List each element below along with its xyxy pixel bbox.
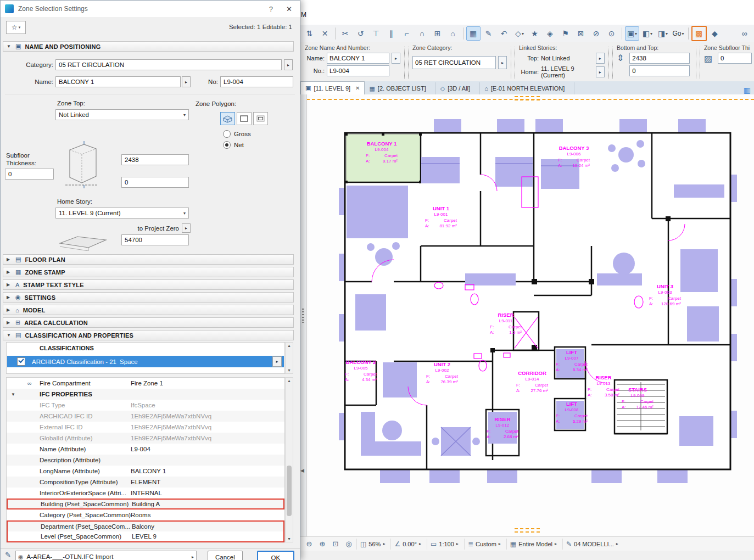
model-filter-dropdown[interactable]: ▦ Entire Model ▸ (506, 539, 560, 550)
property-row[interactable]: LongName (Attribute) BALCONY 1 (7, 466, 284, 477)
property-row[interactable]: InteriorOrExteriorSpace (Attri... INTERN… (7, 488, 284, 499)
properties-scrollbar[interactable]: ▲ ▼ (285, 377, 293, 542)
delete-button[interactable]: ✕ (318, 26, 332, 41)
zone-stamp[interactable]: STAIRSL9-009F:CarpetA:17.46 m² (622, 387, 654, 411)
section-header[interactable]: ▶ ▤ FLOOR PLAN (3, 254, 294, 265)
tab-north-elevation[interactable]: ⌂ [E-01 NORTH ELEVATION] (480, 82, 574, 94)
property-row[interactable]: ARCHICAD IFC ID 1Eh9E2AFj5MeWa7xtbNVvq (7, 411, 284, 422)
category-spin-button[interactable]: ▸ (284, 59, 293, 70)
go-button[interactable]: Go ▾ (671, 26, 685, 41)
hyperlink-button[interactable]: ∞ (738, 26, 752, 41)
zone-stamp[interactable]: RISERL9-012F:CarpetA:2.68 m² (487, 416, 518, 440)
classification-row[interactable]: ARCHICAD Classification - 21 Space ▸ (7, 356, 284, 367)
pen-icon[interactable]: ✎ (5, 551, 11, 559)
window-layout-1-button[interactable]: ◧ ▾ (640, 26, 655, 41)
property-row[interactable]: GlobalId (Attribute) 1Eh9E2AFj5MeWa7xtbN… (7, 433, 284, 444)
section-classification-and-properties[interactable]: ▼ ▤ CLASSIFICATION AND PROPERTIES (3, 330, 294, 340)
bottom-offset-input[interactable]: 0 (629, 65, 690, 76)
zone-stamp[interactable]: BALCONY 3L9-006F:CarpetA:10.24 m² (558, 145, 590, 169)
cancel-button[interactable]: Cancel (208, 551, 243, 560)
net-radio[interactable]: Net (223, 141, 244, 149)
ok-button[interactable]: OK (257, 551, 294, 560)
subfloor-thickness-input[interactable]: 0 (718, 53, 752, 64)
screen-view-options-button[interactable]: ▣ ▾ (625, 26, 639, 41)
zone-bottom-offset-input[interactable]: 0 (121, 177, 189, 188)
zone-top-offset-input[interactable]: 2438 (121, 154, 189, 165)
floorplan[interactable]: BALCONY 1L9-004F:CarpetA:9.17 m²BALCONY … (339, 109, 745, 488)
zone-category-spin-button[interactable]: ▸ (498, 56, 507, 69)
property-row[interactable]: External IFC ID 1Eh9E2AFj5MeWa7xtbNVvq (7, 422, 284, 433)
window-layout-2-button[interactable]: ◨ ▾ (656, 26, 670, 41)
scroll-up-icon[interactable]: ▲ (286, 344, 293, 348)
zone-stamp[interactable]: UNIT 3L9-003F:CarpetA:120.69 m² (649, 283, 681, 307)
view-cube-button[interactable]: ◇ ▾ (512, 26, 527, 41)
scroll-down-icon[interactable]: ▼ (286, 368, 293, 372)
collapse-arrow-icon[interactable]: ◀ (300, 468, 304, 473)
zone-category-combo[interactable]: 05 RET CIRCULATION (412, 56, 496, 69)
section-header[interactable]: ▶ A STAMP TEXT STYLE (3, 279, 294, 290)
gross-radio[interactable]: Gross (223, 130, 251, 138)
scale-dropdown[interactable]: ▭ 1:100 ▸ (427, 539, 462, 550)
resize-button[interactable]: ⊞ (431, 26, 445, 41)
property-row[interactable]: Category (Pset_SpaceCommon) Rooms (7, 509, 284, 520)
adjust-button[interactable]: ↺ (354, 26, 368, 41)
project-zero-input[interactable]: 54700 (121, 234, 189, 245)
zoom-level-dropdown[interactable]: ◫ 56% ▸ (356, 539, 388, 550)
classifications-scrollbar[interactable]: ▲ ▼ (285, 342, 293, 374)
zone-stamp[interactable]: UNIT 1L9-001F:CarpetA:81.92 m² (425, 205, 457, 229)
property-row[interactable]: ∞ Fire Compartment Fire Zone 1 (7, 378, 284, 389)
property-row[interactable]: CompositionType (Attribute) ELEMENT (7, 477, 284, 488)
fit-in-window-button[interactable]: ⊡ (330, 539, 341, 550)
favorites-button[interactable]: ★ (528, 26, 542, 41)
zoom-out-button[interactable]: ⊖ (304, 539, 315, 550)
zone-stamp[interactable]: BALCONY 2L9-005F:CarpetA:4.34 m² (345, 359, 377, 383)
collision-detection-button[interactable]: ▩ (691, 26, 707, 41)
home-story-dropdown[interactable]: 11. LEVEL 9 (Current) ▾ (55, 208, 189, 219)
zone-polygon-3d-button[interactable] (220, 112, 235, 125)
trim-button[interactable]: ⊤ (369, 26, 383, 41)
zone-stamp[interactable]: RISERL9-011F:CarpetA:1.5 m² (490, 312, 522, 336)
checkbox-checked-icon[interactable] (17, 357, 25, 366)
zone-number-input[interactable]: L9-004 (220, 76, 293, 87)
cut-button[interactable]: ✂ (338, 26, 353, 41)
zone-stamp[interactable]: BALCONY 1L9-004F:CarpetA:9.17 m² (366, 141, 398, 165)
marquee-button[interactable]: ▦ (466, 26, 481, 41)
section-header[interactable]: ▶ ⊞ AREA CALCULATION (3, 317, 294, 328)
copy-settings-button[interactable]: ⊠ (574, 26, 588, 41)
property-row[interactable]: Level (Pset_SpaceCommon) LEVEL 9 (7, 531, 284, 542)
property-row[interactable]: Building (Pset_SpaceCommon) Building A (7, 499, 284, 509)
tab-overview-icon[interactable]: ▥ (744, 86, 754, 94)
scrollbar-thumb[interactable] (287, 466, 292, 516)
pane-splitter[interactable]: ◀ (300, 94, 307, 536)
pen-button[interactable]: ✎ (482, 26, 496, 41)
zoom-in-button[interactable]: ⊕ (317, 539, 328, 550)
scroll-down-icon[interactable]: ▼ (286, 537, 293, 541)
tab-3d-all[interactable]: ◇ [3D / All] (436, 82, 480, 94)
zone-stamp[interactable]: LIFTL9-008F:CarpetA:6.29 m² (556, 401, 588, 425)
zone-number-input[interactable]: L9-004 (327, 65, 389, 76)
zone-stamp[interactable]: LIFTL9-007F:CarpetA:6.34 m² (556, 349, 588, 373)
zone-stamp[interactable]: UNIT 2L9-002F:CarpetA:76.39 m² (426, 361, 458, 385)
home-story-button[interactable]: ▸ (596, 66, 605, 77)
library-manager-button[interactable]: ◆ (708, 26, 722, 41)
flag-button[interactable]: ⚑ (558, 26, 573, 41)
zone-name-input[interactable]: BALCONY 1 (327, 53, 389, 64)
panel-splitter[interactable] (608, 47, 613, 79)
layers-button[interactable]: ◈ (543, 26, 557, 41)
property-row[interactable]: Description (Attribute) (7, 455, 284, 466)
pen-set-dropdown[interactable]: ✎ 04 MODELLI... ▸ (562, 539, 622, 550)
top-link-button[interactable]: ▸ (596, 53, 605, 64)
close-button[interactable]: ✕ (283, 5, 295, 13)
toolbar-button[interactable] (463, 27, 463, 40)
undo-button[interactable]: ↶ (497, 26, 511, 41)
layers-dropdown[interactable]: ≣ Custom ▸ (464, 539, 504, 550)
ifc-import-dropdown[interactable]: ◉ A-AREA-___-OTLN.IFC Import ▸ (15, 551, 197, 560)
property-row[interactable]: Name (Attribute) L9-004 (7, 444, 284, 455)
zone-stamp[interactable]: RISERL9-013F:CarpetA:3.58 m² (588, 374, 619, 399)
fillet-button[interactable]: ⌐ (400, 26, 414, 41)
top-offset-input[interactable]: 2438 (629, 53, 690, 64)
zone-stamp[interactable]: CORRIDORL9-014F:CarpetA:27.76 m² (516, 370, 548, 394)
section-header[interactable]: ▶ ▦ ZONE STAMP (3, 267, 294, 277)
property-row[interactable]: ▼ IFC PROPERTIES (7, 389, 284, 400)
project-zero-button[interactable]: ▸ (182, 223, 191, 233)
